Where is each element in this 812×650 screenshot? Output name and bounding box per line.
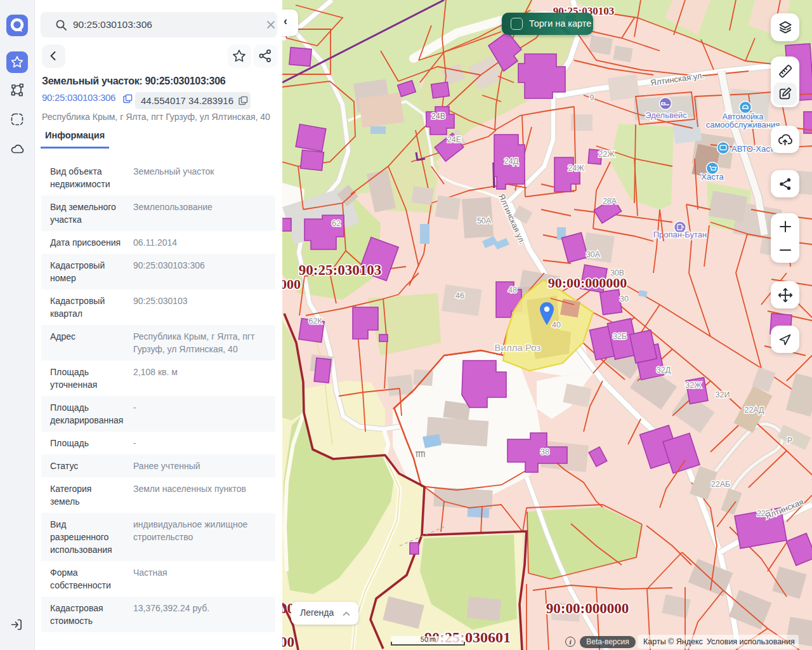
svg-text:62: 62 [332, 219, 341, 228]
svg-text:22Ж: 22Ж [598, 150, 615, 159]
svg-text:90:25:030103: 90:25:030103 [299, 262, 381, 278]
svg-text:24Ж: 24Ж [568, 164, 584, 173]
svg-text:40: 40 [552, 321, 561, 329]
svg-text:48: 48 [508, 286, 517, 295]
svg-text:22АД: 22АД [744, 406, 764, 415]
svg-text:90:00:000000: 90:00:000000 [546, 600, 629, 616]
svg-text:Пропан-Бутан: Пропан-Бутан [653, 230, 707, 239]
svg-text:32Ж: 32Ж [685, 381, 702, 390]
svg-text:самообслуживания: самообслуживания [706, 120, 780, 129]
svg-text:62К: 62К [308, 317, 322, 326]
svg-text:00: 00 [282, 634, 294, 650]
svg-text:Вилла Роз: Вилла Роз [495, 342, 541, 353]
svg-text:Эдельвейс: Эдельвейс [645, 110, 687, 120]
svg-text:32Б: 32Б [613, 332, 627, 341]
svg-text:22АБ: 22АБ [711, 480, 730, 489]
svg-text:28А: 28А [603, 197, 617, 206]
svg-text:24Е: 24Е [447, 135, 461, 144]
svg-text:90:00:000000: 90:00:000000 [548, 275, 627, 291]
svg-text:24Д: 24Д [504, 157, 519, 166]
svg-text:50А: 50А [477, 216, 492, 225]
svg-text:Р: Р [787, 436, 792, 445]
svg-text:38: 38 [540, 448, 549, 456]
svg-text:46: 46 [455, 291, 464, 300]
svg-text:24В: 24В [431, 112, 445, 121]
svg-text:000: 000 [282, 276, 301, 292]
svg-text:30А: 30А [586, 250, 601, 259]
svg-text:9: 9 [590, 93, 594, 102]
svg-text:32И: 32И [716, 390, 730, 399]
svg-text:30: 30 [620, 295, 629, 303]
svg-text:Хаста: Хаста [701, 172, 724, 182]
svg-text:32Д: 32Д [657, 366, 671, 375]
